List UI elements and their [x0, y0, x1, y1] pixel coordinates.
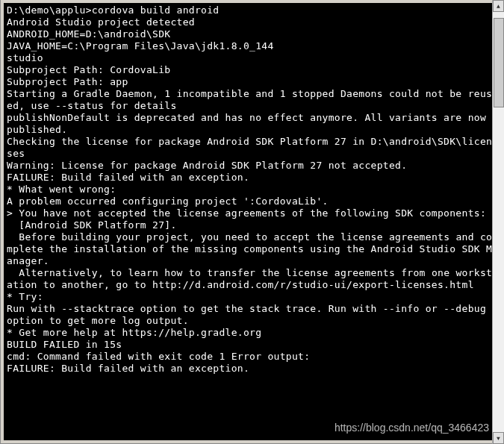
terminal-line: FAILURE: Build failed with an exception. — [7, 363, 495, 375]
window-frame: D:\demo\applu>cordova build androidAndro… — [0, 0, 502, 444]
scroll-thumb[interactable] — [494, 18, 504, 107]
vertical-scrollbar[interactable]: ▲ ▼ — [492, 0, 504, 444]
chevron-up-icon: ▲ — [497, 3, 500, 10]
terminal-line: publishNonDefault is deprecated and has … — [7, 112, 495, 136]
terminal-line: [Android SDK Platform 27]. — [7, 219, 495, 231]
terminal-line: ANDROID_HOME=D:\android\SDK — [7, 28, 495, 40]
terminal-line: Alternatively, to learn how to transfer … — [7, 267, 495, 291]
terminal-line: D:\demo\applu>cordova build android — [7, 4, 495, 16]
scroll-down-button[interactable]: ▼ — [493, 432, 504, 444]
terminal-line: Before building your project, you need t… — [7, 231, 495, 267]
scroll-up-button[interactable]: ▲ — [493, 0, 504, 12]
terminal-line: > You have not accepted the license agre… — [7, 207, 495, 219]
chevron-down-icon: ▼ — [497, 435, 500, 442]
terminal-line: Subproject Path: app — [7, 76, 495, 88]
terminal-line: studio — [7, 52, 495, 64]
terminal-line: Run with --stacktrace option to get the … — [7, 303, 495, 327]
terminal-line: Starting a Gradle Daemon, 1 incompatible… — [7, 88, 495, 112]
terminal-line: * Get more help at https://help.gradle.o… — [7, 327, 495, 339]
terminal-line: * What went wrong: — [7, 184, 495, 196]
terminal-line: cmd: Command failed with exit code 1 Err… — [7, 351, 495, 363]
terminal-line: Subproject Path: CordovaLib — [7, 64, 495, 76]
terminal-output[interactable]: D:\demo\applu>cordova build androidAndro… — [4, 3, 498, 440]
terminal-line: Warning: License for package Android SDK… — [7, 160, 495, 172]
terminal-line: A problem occurred configuring project '… — [7, 196, 495, 207]
terminal-line: JAVA_HOME=C:\Program Files\Java\jdk1.8.0… — [7, 40, 495, 52]
terminal-line: FAILURE: Build failed with an exception. — [7, 172, 495, 184]
terminal-line: BUILD FAILED in 15s — [7, 339, 495, 351]
terminal-line: Checking the license for package Android… — [7, 136, 495, 160]
terminal-line: Android Studio project detected — [7, 16, 495, 28]
terminal-line: * Try: — [7, 291, 495, 303]
